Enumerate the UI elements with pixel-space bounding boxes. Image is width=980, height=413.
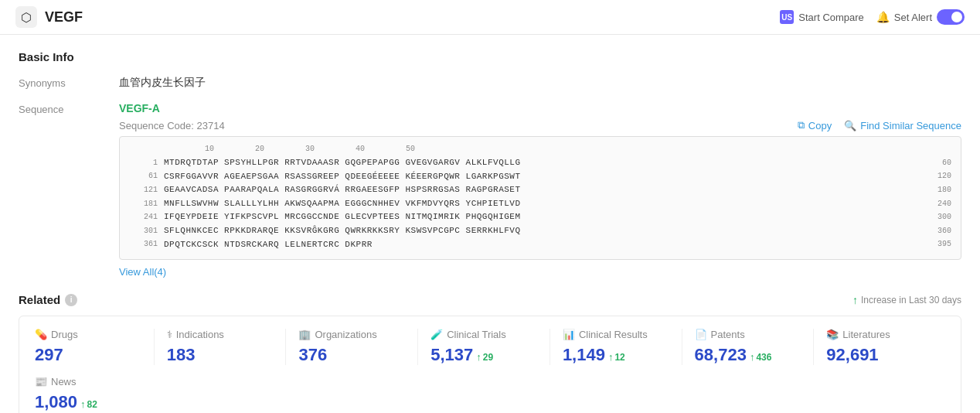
stat-delta: ↑ 12 [608, 351, 625, 363]
stat-icon: 💊 [35, 329, 47, 340]
stat-value-row: 1,149 ↑ 12 [563, 345, 669, 365]
synonyms-row: Synonyms 血管内皮生长因子 [19, 76, 961, 90]
stat-label-row: 📊 Clinical Results [563, 329, 669, 340]
sequence-row-item: 121 GEAAVCADSA PAARAPQALA RASGRGGRVÁ RRG… [129, 183, 951, 197]
sequence-link[interactable]: VEGF-A [119, 102, 160, 114]
related-info-icon[interactable]: i [65, 294, 77, 306]
stat-value-row: 376 [298, 345, 405, 365]
stat-icon: 📊 [563, 329, 575, 340]
stat-item[interactable]: 🏢 Organizations 376 [286, 329, 418, 365]
stat-delta: ↑ 436 [750, 351, 772, 363]
vegf-icon: ⬡ [15, 6, 37, 28]
seq-num-left: 1 [129, 157, 164, 169]
related-title: Related i [19, 293, 77, 306]
sequence-rows: 1 MTDRQTDTAP SPSYHLLPGR RRTVDAAASR GQGPE… [129, 156, 951, 251]
sequence-row-item: 1 MTDRQTDTAP SPSYHLLPGR RRTVDAAASR GQGPE… [129, 156, 951, 170]
sequence-row-item: 361 DPQTCKCSCК NTDSRCKARQ LELNERTCRC DKP… [129, 238, 951, 252]
stat-value: 1,080 [35, 392, 77, 412]
stat-item[interactable]: ⚕ Indications 183 [155, 329, 287, 365]
stat-label: Literatures [842, 329, 890, 340]
stat-item[interactable]: 📰 News 1,080 ↑ 82 [35, 376, 945, 412]
set-alert-button[interactable]: 🔔 Set Alert [876, 9, 965, 25]
seq-num-left: 61 [129, 170, 164, 183]
stat-label-row: 📚 Literatures [826, 329, 933, 340]
stat-item[interactable]: 💊 Drugs 297 [35, 329, 155, 365]
seq-num-left: 301 [129, 225, 164, 237]
delta-arrow-icon: ↑ [608, 351, 614, 363]
sequence-header: Sequence Code: 23714 ⧉ Copy 🔍 Find Simil… [119, 119, 961, 131]
basic-info-title: Basic Info [19, 50, 961, 63]
find-similar-button[interactable]: 🔍 Find Similar Sequence [844, 120, 961, 131]
stats-grid: 💊 Drugs 297 ⚕ Indications 183 🏢 Organiza… [19, 316, 961, 413]
stat-value-row: 92,691 [826, 345, 933, 365]
sequence-label: Sequence [19, 102, 119, 115]
stat-item[interactable]: 🧪 Clinical Trials 5,137 ↑ 29 [418, 329, 550, 365]
seq-num-left: 241 [129, 211, 164, 224]
stat-icon: 📄 [695, 329, 707, 340]
stat-label: Patents [711, 329, 745, 340]
delta-count: 12 [614, 352, 624, 363]
stat-icon: ⚕ [167, 329, 172, 340]
seq-text: CSRFGGAVVR AGEAEPSGAA RSASSGREEP QDEEGÉE… [164, 170, 924, 184]
stat-label: Drugs [51, 329, 78, 340]
sequence-box[interactable]: 10 20 30 40 50 1 MTDRQTDTAP SPSYHLLPGR R… [119, 136, 961, 260]
sequence-row-item: 241 IFQEYPDEIE YIFKPSCVPL MRCGGCCNDE GLE… [129, 210, 951, 224]
stat-value-row: 68,723 ↑ 436 [695, 345, 801, 365]
stat-label-row: 💊 Drugs [35, 329, 141, 340]
stat-delta: ↑ 82 [80, 398, 97, 410]
stat-label: Clinical Trials [447, 329, 506, 340]
stat-label: Clinical Results [579, 329, 648, 340]
page-title: VEGF [45, 9, 83, 26]
view-all-button[interactable]: View All(4) [119, 266, 166, 278]
sequence-scale: 10 20 30 40 50 [129, 145, 951, 153]
sequence-actions: ⧉ Copy 🔍 Find Similar Sequence [798, 119, 961, 131]
seq-text: DPQTCKCSCК NTDSRCKARQ LELNERTCRC DKPRR [164, 238, 924, 252]
stat-label: Indications [176, 329, 224, 340]
alert-toggle[interactable] [937, 9, 965, 25]
seq-text: MTDRQTDTAP SPSYHLLPGR RRTVDAAASR GQGPEPA… [164, 156, 924, 170]
stat-value: 183 [167, 345, 196, 365]
stat-label: News [51, 376, 77, 387]
stat-label: Organizations [315, 329, 376, 340]
copy-icon: ⧉ [798, 119, 805, 131]
header-left: ⬡ VEGF [15, 6, 83, 28]
stat-value: 92,691 [826, 345, 878, 365]
stat-value: 5,137 [430, 345, 473, 365]
stat-value: 1,149 [563, 345, 605, 365]
header-right: US Start Compare 🔔 Set Alert [780, 9, 965, 25]
sequence-code: Sequence Code: 23714 [119, 120, 225, 131]
header: ⬡ VEGF US Start Compare 🔔 Set Alert [0, 0, 980, 35]
seq-num-left: 121 [129, 184, 164, 196]
delta-arrow-icon: ↑ [476, 351, 481, 363]
seq-num-right: 240 [924, 198, 951, 210]
delta-count: 29 [483, 352, 493, 363]
seq-num-right: 120 [924, 170, 951, 183]
copy-button[interactable]: ⧉ Copy [798, 119, 832, 131]
stat-item[interactable]: 📊 Clinical Results 1,149 ↑ 12 [550, 329, 682, 365]
delta-arrow-icon: ↑ [80, 398, 86, 410]
seq-num-right: 360 [924, 225, 951, 237]
stat-icon: 🧪 [430, 329, 443, 340]
seq-num-right: 395 [924, 238, 951, 251]
seq-text: SFLQHNKCEC RPKKDRARQE KKSVRĜKGRG QWRKRKK… [164, 224, 924, 238]
compare-icon: US [780, 10, 794, 24]
stat-value-row: 5,137 ↑ 29 [430, 345, 537, 365]
delta-count: 82 [87, 399, 97, 410]
sequence-row: Sequence VEGF-A Sequence Code: 23714 ⧉ C… [19, 102, 961, 278]
stat-value-row: 297 [35, 345, 141, 365]
stat-label-row: 📰 News [35, 376, 933, 387]
increase-note: ↑ Increase in Last 30 days [852, 294, 961, 306]
stat-value: 297 [35, 345, 63, 365]
start-compare-button[interactable]: US Start Compare [780, 10, 864, 24]
stat-item[interactable]: 📚 Literatures 92,691 [814, 329, 945, 365]
stat-value-row: 183 [167, 345, 274, 365]
seq-num-left: 361 [129, 238, 164, 251]
seq-text: MNFLLSWVHW SLALLLYLHH AKWSQAAPMA EGGGCNH… [164, 197, 924, 211]
stat-label-row: 🧪 Clinical Trials [430, 329, 537, 340]
seq-text: IFQEYPDEIE YIFKPSCVPL MRCGGCCNDE GLECVPT… [164, 210, 924, 224]
sequence-content: VEGF-A Sequence Code: 23714 ⧉ Copy 🔍 Fin… [119, 102, 961, 278]
stat-item[interactable]: 📄 Patents 68,723 ↑ 436 [682, 329, 815, 365]
stats-row-2: 📰 News 1,080 ↑ 82 [35, 376, 945, 412]
seq-text: GEAAVCADSA PAARAPQALA RASGRGGRVÁ RRGAEES… [164, 183, 924, 197]
stat-value: 376 [298, 345, 327, 365]
